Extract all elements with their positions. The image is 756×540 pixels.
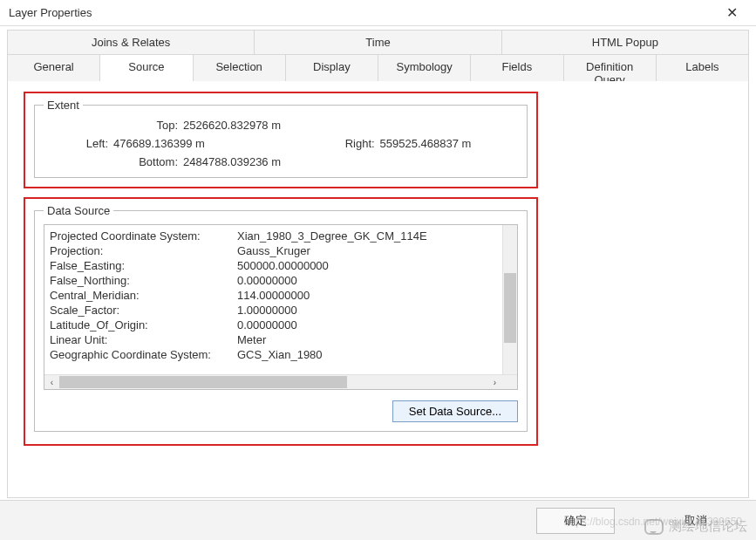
datasource-value: 0.00000000: [237, 273, 297, 288]
annotation-box-a: Extent Top: 2526620.832978 m Left: 47668…: [24, 92, 538, 188]
scroll-left-icon[interactable]: ‹: [44, 375, 59, 390]
extent-fieldset: Extent Top: 2526620.832978 m Left: 47668…: [34, 99, 528, 178]
datasource-key: Scale_Factor:: [50, 303, 237, 318]
cancel-button[interactable]: 取消: [657, 509, 735, 533]
extent-top-value: 2526620.832978 m: [183, 119, 328, 132]
datasource-row: Latitude_Of_Origin:0.00000000: [50, 318, 497, 332]
datasource-row: Linear Unit:Meter: [50, 332, 497, 347]
ok-button[interactable]: 确定: [536, 508, 615, 534]
datasource-key: Linear Unit:: [50, 332, 237, 347]
datasource-value: Xian_1980_3_Degree_GK_CM_114E: [237, 229, 427, 243]
datasource-row: Projected Coordinate System:Xian_1980_3_…: [50, 229, 497, 243]
datasource-key: Latitude_Of_Origin:: [50, 318, 237, 332]
extent-top-label: Top:: [113, 119, 183, 132]
datasource-row: False_Northing:0.00000000: [50, 273, 497, 288]
datasource-key: Central_Meridian:: [50, 288, 237, 303]
vertical-scrollbar[interactable]: [502, 225, 517, 374]
datasource-value: 0.00000000: [237, 318, 297, 332]
datasource-legend: Data Source: [44, 204, 113, 217]
datasource-value: GCS_Xian_1980: [237, 347, 323, 362]
titlebar: Layer Properties ✕: [0, 0, 756, 26]
tab-time[interactable]: Time: [255, 31, 501, 54]
tab-html-popup[interactable]: HTML Popup: [502, 31, 748, 54]
extent-left-value: 476689.136399 m: [113, 137, 328, 150]
datasource-table: Projected Coordinate System:Xian_1980_3_…: [44, 225, 502, 374]
annotation-box-b: Data Source Projected Coordinate System:…: [24, 197, 538, 446]
datasource-row: Projection:Gauss_Kruger: [50, 243, 497, 258]
datasource-value: Meter: [237, 332, 266, 347]
datasource-value: 500000.00000000: [237, 258, 329, 273]
extent-bottom-label: Bottom:: [113, 155, 183, 168]
horizontal-scrollbar-thumb[interactable]: [59, 376, 347, 388]
tab-content-source: Extent Top: 2526620.832978 m Left: 47668…: [8, 81, 748, 497]
datasource-value: 114.00000000: [237, 288, 310, 303]
datasource-value: 1.00000000: [237, 303, 297, 318]
datasource-key: Geographic Coordinate System:: [50, 347, 237, 362]
datasource-key: False_Easting:: [50, 258, 237, 273]
tab-joins-relates[interactable]: Joins & Relates: [8, 31, 255, 54]
window-title: Layer Properties: [9, 6, 92, 19]
dialog-footer: 确定 取消: [0, 500, 756, 540]
datasource-key: False_Northing:: [50, 273, 237, 288]
datasource-row: False_Easting:500000.00000000: [50, 258, 497, 273]
set-data-source-button[interactable]: Set Data Source...: [392, 400, 518, 422]
datasource-textarea: Projected Coordinate System:Xian_1980_3_…: [44, 224, 518, 390]
datasource-value: Gauss_Kruger: [237, 243, 310, 258]
tabs-row-upper: Joins & Relates Time HTML Popup: [8, 31, 748, 55]
extent-legend: Extent: [44, 99, 83, 112]
extent-right-label: Right:: [328, 137, 380, 150]
horizontal-scrollbar[interactable]: ‹ ›: [44, 374, 517, 389]
vertical-scrollbar-thumb[interactable]: [504, 273, 516, 343]
extent-bottom-value: 2484788.039236 m: [183, 155, 328, 168]
close-icon[interactable]: ✕: [714, 1, 749, 25]
datasource-row: Scale_Factor:1.00000000: [50, 303, 497, 318]
datasource-row: Geographic Coordinate System:GCS_Xian_19…: [50, 347, 497, 362]
datasource-fieldset: Data Source Projected Coordinate System:…: [34, 204, 528, 432]
dialog-body: Joins & Relates Time HTML Popup General …: [7, 30, 749, 498]
extent-right-value: 559525.468837 m: [380, 137, 518, 150]
datasource-row: Central_Meridian:114.00000000: [50, 288, 497, 303]
extent-left-label: Left:: [44, 137, 113, 150]
datasource-key: Projected Coordinate System:: [50, 229, 237, 243]
scroll-right-icon[interactable]: ›: [487, 375, 502, 390]
datasource-key: Projection:: [50, 243, 237, 258]
